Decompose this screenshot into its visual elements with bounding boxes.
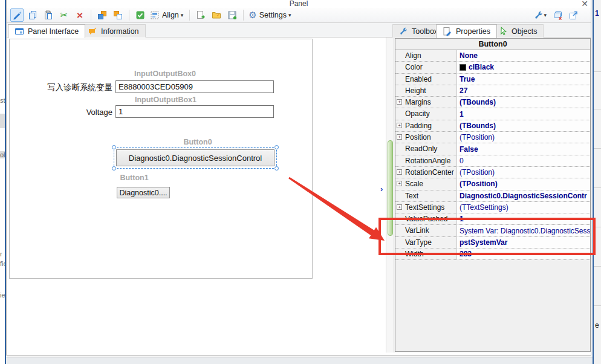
open-external-button[interactable]	[567, 8, 580, 22]
property-row[interactable]: +RotationCenter(TPosition)	[395, 167, 590, 178]
input-output-box-1[interactable]	[115, 105, 274, 118]
property-value[interactable]: (TPosition)	[456, 178, 590, 189]
property-row[interactable]: +Position(TPosition)	[395, 132, 590, 143]
tab-information[interactable]: Information	[81, 24, 146, 37]
paste-button[interactable]	[42, 8, 55, 22]
scrollbar-thumb[interactable]	[388, 140, 393, 236]
pencil-icon	[12, 10, 22, 20]
vertical-scrollbar[interactable]: ›	[386, 37, 394, 353]
tab-panel-interface[interactable]: Panel Interface	[8, 24, 85, 38]
delete-button[interactable]: ×	[73, 8, 86, 22]
button0-control[interactable]: Diagnostic0.DiagnosticSessionControl	[116, 149, 275, 166]
close-panels-button[interactable]	[551, 8, 564, 22]
panel-options-button[interactable]: ▾	[533, 8, 548, 22]
property-name[interactable]: +Position	[395, 132, 456, 143]
property-name[interactable]: Enabled	[395, 74, 456, 85]
property-value[interactable]: pstSystemVar	[456, 237, 590, 248]
property-name[interactable]: Height	[395, 85, 456, 96]
expand-icon[interactable]: +	[397, 181, 402, 186]
property-row[interactable]: +Padding(TBounds)	[395, 120, 590, 132]
property-value[interactable]: 283	[456, 249, 590, 259]
property-row[interactable]: +Scale(TPosition)	[395, 178, 590, 190]
selection-handle[interactable]	[112, 166, 116, 171]
property-value[interactable]: None	[456, 50, 590, 61]
bring-to-front-button[interactable]	[96, 8, 109, 22]
property-value[interactable]: (TPosition)	[456, 132, 590, 143]
expand-icon[interactable]: +	[397, 169, 402, 175]
property-row[interactable]: Width283	[395, 249, 590, 260]
property-value[interactable]: 1	[456, 108, 590, 119]
property-row[interactable]: VarTypepstSystemVar	[395, 237, 590, 249]
send-to-back-button[interactable]	[111, 8, 125, 22]
property-name-label: Width	[405, 250, 424, 258]
property-row[interactable]: +Margins(TBounds)	[395, 97, 590, 108]
property-value[interactable]: System Var: Diagnostic0.DiagnosticSessic	[456, 225, 590, 236]
cut-button[interactable]: ✂	[57, 8, 71, 22]
property-row[interactable]: ColorclBlack	[395, 62, 590, 73]
property-value[interactable]: 27	[456, 85, 590, 96]
property-row[interactable]: ReadOnlyFalse	[395, 143, 590, 155]
property-name[interactable]: VarType	[395, 237, 456, 248]
property-value[interactable]: (TBounds)	[456, 97, 590, 108]
property-row[interactable]: Height27	[395, 85, 590, 97]
checkbox-tool-button[interactable]	[134, 8, 147, 22]
titlebar[interactable]: Panel ✕	[7, 0, 591, 8]
screen: st ol r fie ie 1 e Panel ✕	[0, 0, 601, 364]
property-row[interactable]: ValuePushed1	[395, 213, 590, 225]
property-name[interactable]: +Scale	[395, 178, 456, 189]
property-row[interactable]: VarLinkSystem Var: Diagnostic0.Diagnosti…	[395, 225, 590, 236]
copy-button[interactable]	[26, 8, 39, 22]
property-name[interactable]: +TextSettings	[395, 202, 456, 213]
expand-icon[interactable]: +	[397, 123, 402, 128]
settings-dropdown-button[interactable]: ⚙ Settings ▾	[248, 8, 293, 22]
align-dropdown-button[interactable]: Align ▾	[149, 8, 185, 22]
new-panel-button[interactable]	[194, 8, 207, 22]
open-panel-button[interactable]	[210, 8, 223, 22]
expand-icon[interactable]: +	[397, 134, 402, 140]
button1-control[interactable]: Diagnostic0....	[117, 187, 170, 198]
property-row[interactable]: +TextSettings(TTextSettings)	[395, 202, 590, 213]
property-value-label: (TPosition)	[460, 178, 498, 189]
property-row[interactable]: Opacity1	[395, 108, 590, 120]
property-row[interactable]: TextDiagnostic0.DiagnosticSessionContr	[395, 190, 590, 202]
property-value[interactable]: Diagnostic0.DiagnosticSessionContr	[456, 190, 590, 201]
property-row[interactable]: EnabledTrue	[395, 74, 590, 85]
property-name[interactable]: ValuePushed	[395, 213, 456, 224]
property-value[interactable]: True	[456, 74, 590, 85]
property-value-label: 27	[460, 85, 467, 96]
expand-icon[interactable]: +	[397, 99, 402, 105]
property-name[interactable]: Text	[395, 190, 456, 201]
property-name[interactable]: VarLink	[395, 225, 456, 236]
property-value[interactable]: (TBounds)	[456, 120, 590, 131]
property-value[interactable]: (TPosition)	[456, 167, 590, 178]
tab-properties[interactable]: Properties	[436, 24, 497, 38]
edit-mode-button[interactable]	[10, 8, 24, 22]
property-value[interactable]: False	[456, 143, 590, 154]
property-value[interactable]: clBlack	[456, 62, 590, 73]
property-name[interactable]: Width	[395, 249, 456, 259]
close-icon[interactable]: ✕	[581, 0, 588, 8]
property-name[interactable]: Opacity	[395, 108, 456, 119]
selection-handle[interactable]	[112, 145, 116, 149]
clipped-text: fie	[0, 260, 6, 267]
tab-label: Properties	[456, 27, 490, 36]
property-name[interactable]: +Margins	[395, 97, 456, 108]
input-output-box-0[interactable]	[115, 80, 274, 93]
property-row[interactable]: RotationAngle0	[395, 155, 590, 167]
property-name[interactable]: RotationAngle	[395, 155, 456, 166]
property-name[interactable]: Color	[395, 62, 456, 73]
property-name[interactable]: +RotationCenter	[395, 167, 456, 178]
property-name[interactable]: Align	[395, 50, 456, 61]
property-value[interactable]: (TTextSettings)	[456, 202, 590, 213]
tab-objects[interactable]: Objects	[492, 24, 544, 37]
splitter-collapse-icon[interactable]: ›	[380, 184, 383, 193]
expand-icon[interactable]: +	[397, 204, 402, 210]
property-value[interactable]: 0	[456, 155, 590, 166]
selection-handle[interactable]	[275, 166, 279, 171]
property-value[interactable]: 1	[456, 213, 590, 224]
property-row[interactable]: AlignNone	[395, 50, 590, 62]
property-name[interactable]: ReadOnly	[395, 143, 456, 154]
save-panel-button[interactable]	[226, 8, 239, 22]
property-name[interactable]: +Padding	[395, 120, 456, 131]
selection-handle[interactable]	[275, 145, 279, 149]
